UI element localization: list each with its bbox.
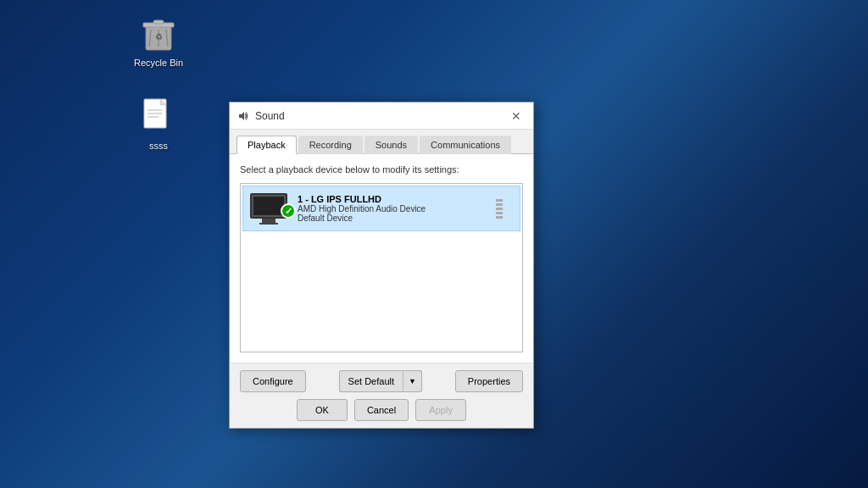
properties-button[interactable]: Properties: [455, 370, 523, 392]
signal-bar-3: [496, 208, 503, 210]
dialog-title-left: Sound: [236, 109, 285, 123]
device-info: 1 - LG IPS FULLHD AMD High Definition Au…: [298, 194, 496, 223]
set-default-dropdown-arrow[interactable]: ▼: [403, 370, 422, 392]
document-icon[interactable]: ssss: [125, 93, 192, 154]
configure-button[interactable]: Configure: [240, 370, 306, 392]
dialog-titlebar: Sound ✕: [230, 103, 533, 130]
cancel-button[interactable]: Cancel: [354, 399, 409, 421]
dialog-instruction: Select a playback device below to modify…: [240, 164, 523, 175]
close-button[interactable]: ✕: [506, 108, 526, 125]
desktop: ♻ Recycle Bin ssss: [0, 0, 868, 488]
tab-sounds[interactable]: Sounds: [364, 136, 418, 154]
set-default-button-group[interactable]: Set Default ▼: [339, 370, 422, 392]
device-list[interactable]: ✓ 1 - LG IPS FULLHD AMD High Definition …: [240, 183, 523, 352]
dialog-title: Sound: [255, 110, 285, 122]
recycle-bin-image: ♻: [138, 14, 179, 54]
device-item[interactable]: ✓ 1 - LG IPS FULLHD AMD High Definition …: [242, 186, 520, 231]
dialog-footer: Configure Set Default ▼ Properties OK Ca…: [230, 363, 533, 428]
signal-bar-2: [496, 203, 503, 206]
svg-rect-2: [153, 20, 164, 24]
sound-dialog: Sound ✕ Playback Recording Sounds Commun…: [229, 102, 534, 429]
device-monitor-icon: ✓: [250, 193, 287, 224]
signal-bars: [496, 199, 503, 219]
dialog-tabs: Playback Recording Sounds Communications: [230, 130, 533, 154]
default-check-icon: ✓: [281, 203, 296, 219]
signal-bar-5: [496, 216, 503, 219]
monitor-base: [259, 223, 278, 225]
recycle-bin-label: Recycle Bin: [128, 58, 189, 68]
monitor-screen: [253, 197, 284, 215]
svg-marker-12: [239, 112, 244, 120]
tab-playback[interactable]: Playback: [236, 136, 297, 154]
device-name: 1 - LG IPS FULLHD: [298, 194, 496, 204]
sound-icon: [236, 109, 250, 123]
document-image: [138, 97, 179, 137]
document-label: ssss: [128, 141, 189, 151]
device-status: Default Device: [298, 214, 496, 223]
signal-bar-1: [496, 199, 503, 202]
device-driver: AMD High Definition Audio Device: [298, 204, 496, 214]
recycle-bin-icon[interactable]: ♻ Recycle Bin: [125, 10, 192, 71]
apply-button[interactable]: Apply: [415, 399, 466, 421]
ok-button[interactable]: OK: [297, 399, 348, 421]
tab-recording[interactable]: Recording: [298, 136, 363, 154]
set-default-button[interactable]: Set Default: [339, 370, 403, 392]
tab-communications[interactable]: Communications: [420, 136, 511, 154]
signal-bar-4: [496, 212, 503, 214]
footer-row1: Configure Set Default ▼ Properties: [240, 370, 523, 392]
svg-text:♻: ♻: [155, 32, 163, 42]
footer-row2: OK Cancel Apply: [240, 399, 523, 421]
dialog-content: Select a playback device below to modify…: [230, 154, 533, 363]
